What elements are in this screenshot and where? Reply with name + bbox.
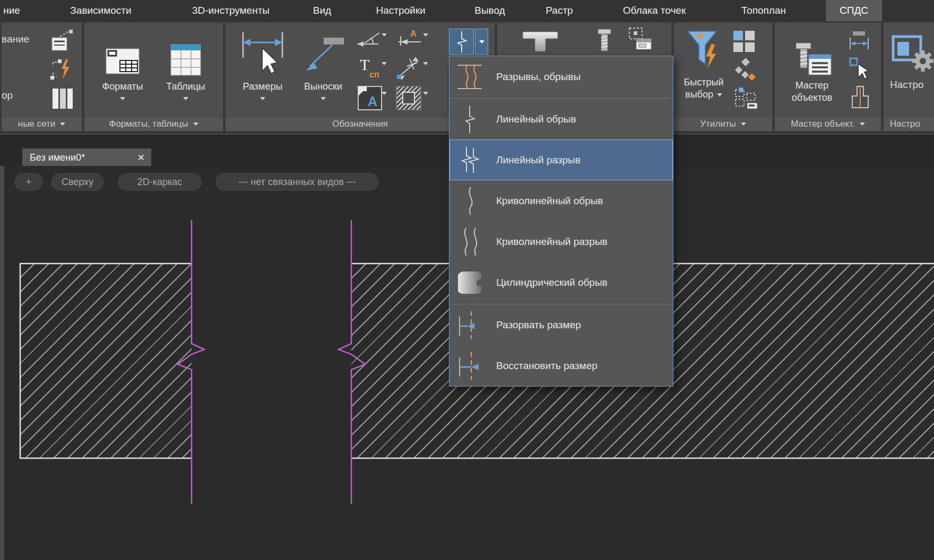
panel-label-text: Обозначения xyxy=(332,119,388,129)
tab-spds-active[interactable]: СПДС xyxy=(826,0,882,21)
curved-break-icon xyxy=(455,226,485,258)
four-squares-icon[interactable] xyxy=(732,30,756,53)
bolt-top-view-icon[interactable] xyxy=(521,29,559,54)
cylindrical-cut-icon xyxy=(455,267,485,299)
panel-label-formats-tables[interactable]: Форматы, таблицы xyxy=(84,117,223,131)
hatch-region-icon[interactable] xyxy=(395,85,422,111)
panel-label-text: Настро xyxy=(890,119,920,129)
tab-partial[interactable]: ние xyxy=(0,0,25,21)
square-select-cursor-icon[interactable] xyxy=(848,56,870,81)
caret-down-icon xyxy=(183,97,188,100)
viewport-left-edge xyxy=(0,166,4,560)
tab-raster[interactable]: Растр xyxy=(540,0,579,21)
view-direction-button[interactable]: Сверху xyxy=(51,173,104,191)
tables-icon xyxy=(170,27,201,76)
tab-output[interactable]: Вывод xyxy=(466,0,514,21)
caret-down-icon[interactable] xyxy=(423,95,428,104)
panel-caption-fragment: вание xyxy=(2,33,29,45)
break-dimension-icon xyxy=(455,309,485,341)
panel-label-text: Утилиты xyxy=(700,119,736,129)
panel-label-text: Мастер объект. xyxy=(791,119,855,129)
caret-down-icon[interactable] xyxy=(423,65,428,75)
panel-object-master: Мастер объектов Мастер объект. xyxy=(774,22,881,132)
caret-down-icon xyxy=(120,97,125,100)
close-icon[interactable]: ✕ xyxy=(137,152,145,163)
caret-down-icon[interactable] xyxy=(423,37,428,46)
axis-mark-icon[interactable] xyxy=(395,57,422,80)
callouts-button[interactable]: Выноски xyxy=(293,26,353,100)
caret-down-icon[interactable] xyxy=(382,65,387,75)
quick-select-button[interactable]: Быстрый выбор xyxy=(677,27,730,100)
object-master-label-line2: объектов xyxy=(792,92,833,103)
menu-item-linear-break-selected[interactable]: Линейный разрыв xyxy=(449,139,673,180)
menu-item-restore-dimension[interactable]: Восстановить размер xyxy=(449,345,673,386)
menu-item-linear-cut[interactable]: Линейный обрыв xyxy=(449,99,673,139)
tab-dependencies[interactable]: Зависимости xyxy=(56,0,146,21)
tab-3d-tools[interactable]: 3D-инструменты xyxy=(175,0,287,21)
ribbon-tab-bar: ние Зависимости 3D-инструменты Вид Настр… xyxy=(0,0,934,21)
caret-down-icon xyxy=(479,40,485,43)
document-tab[interactable]: Без имени0* ✕ xyxy=(22,148,151,167)
panel-label-text: Форматы, таблицы xyxy=(109,119,188,129)
lightning-selection-icon[interactable] xyxy=(49,58,74,81)
settings-window-gear-icon[interactable] xyxy=(891,34,934,75)
object-master-label-line1: Мастер xyxy=(795,80,828,91)
callouts-button-label: Выноски xyxy=(304,81,342,92)
svg-text:T: T xyxy=(360,56,369,73)
panel-utilities: Быстрый выбор Утилиты xyxy=(673,22,773,132)
caret-down-icon xyxy=(741,122,746,126)
menu-item-curved-cut[interactable]: Криволинейный обрыв xyxy=(449,180,673,221)
panel-label-settings[interactable]: Настро xyxy=(884,117,934,131)
tab-topoplan[interactable]: Топоплан xyxy=(729,0,798,21)
linked-views-button[interactable]: --- нет связанных видов --- xyxy=(215,173,379,191)
settings-button-label[interactable]: Настро xyxy=(890,79,924,91)
caret-down-icon xyxy=(321,97,326,100)
columns-icon[interactable] xyxy=(51,88,74,110)
layered-selection-icon[interactable] xyxy=(733,86,759,111)
panel-label-utilities[interactable]: Утилиты xyxy=(674,117,772,131)
tab-view[interactable]: Вид xyxy=(308,0,336,21)
profile-shape-icon[interactable] xyxy=(849,84,871,110)
menu-item-breaks-group[interactable]: Разрывы, обрывы xyxy=(449,56,673,97)
tab-settings[interactable]: Настройки xyxy=(366,0,435,21)
panel-label-engineering[interactable]: ные сети xyxy=(2,117,82,131)
menu-item-curved-break[interactable]: Криволинейный разрыв xyxy=(449,221,673,262)
linear-break-tool-button[interactable] xyxy=(449,29,474,55)
panel-label-text: ные сети xyxy=(18,119,55,129)
small-dimension-icon[interactable] xyxy=(848,30,870,50)
caret-down-icon[interactable] xyxy=(382,95,387,104)
formats-button[interactable]: Форматы xyxy=(92,27,153,100)
dimensions-button[interactable]: Размеры xyxy=(233,26,292,100)
caret-down-icon[interactable] xyxy=(382,37,387,46)
svg-text:A: A xyxy=(410,29,417,38)
linear-break-icon xyxy=(455,144,485,176)
diamonds-scatter-icon[interactable] xyxy=(733,57,758,83)
linear-break-tool-dropdown-button[interactable] xyxy=(475,29,488,55)
caret-down-icon xyxy=(260,97,265,100)
caret-down-icon xyxy=(193,122,198,126)
sp-text-icon[interactable]: Tсп xyxy=(358,56,382,80)
note-leader-icon[interactable] xyxy=(50,29,75,55)
hatched-wall-left xyxy=(20,264,192,458)
menu-item-cylindrical-cut[interactable]: Цилиндрический обрыв xyxy=(449,262,673,303)
angle-dimension-icon[interactable] xyxy=(356,30,382,49)
svg-text:A: A xyxy=(368,94,377,109)
tables-button[interactable]: Таблицы xyxy=(155,27,217,100)
caret-down-icon xyxy=(60,122,65,126)
panel-label-object-master[interactable]: Мастер объект. xyxy=(775,117,881,131)
text-dimension-icon[interactable]: A xyxy=(396,29,423,47)
visual-style-button[interactable]: 2D-каркас xyxy=(118,173,202,191)
menu-item-break-dimension[interactable]: Разорвать размер xyxy=(449,304,673,345)
caret-down-icon xyxy=(717,93,722,97)
text-box-icon[interactable]: A xyxy=(357,85,383,111)
menu-item-label: Восстановить размер xyxy=(496,360,598,372)
attach-frame-icon[interactable] xyxy=(626,26,653,52)
dimensions-button-label: Размеры xyxy=(243,81,283,92)
object-master-button[interactable]: Мастер объектов xyxy=(778,27,846,103)
viewport-menu-button[interactable]: + xyxy=(14,173,43,191)
tables-button-label: Таблицы xyxy=(166,81,205,92)
bolt-side-view-icon[interactable] xyxy=(596,28,613,52)
tab-point-clouds[interactable]: Облака точек xyxy=(607,0,702,21)
menu-item-label: Цилиндрический обрыв xyxy=(496,277,608,288)
breaks-group-icon xyxy=(455,61,485,93)
